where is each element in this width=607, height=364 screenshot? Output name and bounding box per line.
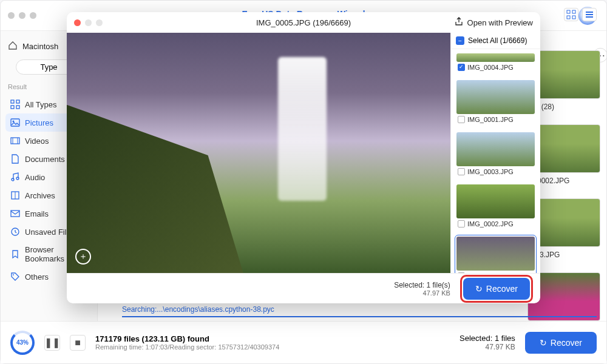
- thumbnail-name: IMG_0005.JPG: [467, 272, 514, 273]
- select-all-row[interactable]: Select All (1/6669): [451, 33, 540, 49]
- thumbnail-item[interactable]: IMG_0001.JPG: [455, 78, 537, 127]
- svg-rect-11: [11, 119, 19, 126]
- thumbnail-checkbox[interactable]: [458, 272, 465, 273]
- sidebar-item-label: Archives: [25, 191, 55, 200]
- sidebar-item-label: All Types: [25, 100, 57, 109]
- stop-button[interactable]: ■: [70, 335, 86, 351]
- audio-icon: [10, 172, 20, 182]
- selected-size-bg: 47.97 KB: [459, 343, 515, 351]
- thumbnail-panel: Select All (1/6669) IMG_0004.JPGIMG_0001…: [450, 33, 540, 273]
- open-with-preview-button[interactable]: Open with Preview: [454, 17, 533, 29]
- view-list-button[interactable]: [582, 8, 597, 21]
- sidebar-item-label: Documents: [25, 155, 65, 164]
- recover-button-bg[interactable]: ↻ Recover: [525, 332, 597, 354]
- svg-point-17: [16, 177, 19, 180]
- recover-label: Recover: [486, 284, 518, 294]
- breadcrumb-label: Macintosh: [22, 42, 58, 51]
- svg-rect-2: [567, 16, 570, 19]
- recover-icon: ↻: [540, 338, 547, 348]
- modal-header: IMG_0005.JPG (196/6669) Open with Previe…: [67, 12, 540, 33]
- mail-icon: [10, 209, 20, 218]
- thumbnail-checkbox[interactable]: [458, 64, 465, 71]
- pause-button[interactable]: ❚❚: [44, 335, 60, 351]
- modal-window-controls[interactable]: [74, 19, 103, 26]
- sidebar-item-label: Emails: [25, 209, 49, 218]
- svg-point-12: [13, 121, 15, 123]
- svg-rect-20: [11, 211, 19, 217]
- clock-icon: [10, 227, 20, 237]
- recover-label-bg: Recover: [551, 338, 582, 348]
- sidebar-item-label: Pictures: [25, 118, 53, 127]
- view-grid-button[interactable]: [564, 8, 578, 21]
- thumbnail-name: IMG_0004.JPG: [467, 64, 514, 71]
- thumbnail-image: [456, 53, 535, 62]
- svg-point-22: [13, 274, 14, 275]
- remaining-time: Remaining time: 1:07:03/Reading sector: …: [95, 343, 279, 351]
- sidebar-item-label: Others: [25, 272, 49, 281]
- thumbnail-item[interactable]: IMG_0002.JPG: [455, 183, 537, 231]
- svg-point-16: [12, 178, 14, 181]
- thumbnail-list[interactable]: IMG_0004.JPGIMG_0001.JPGIMG_0003.JPGIMG_…: [451, 49, 540, 273]
- modal-title: IMG_0005.JPG (196/6669): [256, 18, 351, 27]
- thumbnail-name: IMG_0003.JPG: [467, 168, 514, 175]
- searching-status: Searching:...\encodings\aliases.cpython-…: [122, 303, 597, 320]
- sidebar-item-label: Videos: [25, 136, 49, 146]
- zoom-button[interactable]: ＋: [75, 249, 91, 265]
- thumbnail-image: [456, 132, 535, 166]
- doc-icon: [10, 154, 20, 164]
- preview-modal: IMG_0005.JPG (196/6669) Open with Previe…: [67, 12, 540, 303]
- modal-selected-count: Selected: 1 file(s): [394, 281, 450, 289]
- share-icon: [454, 17, 464, 29]
- svg-rect-13: [11, 138, 19, 144]
- window-controls[interactable]: [8, 12, 36, 19]
- searching-text: Searching:...\encodings\aliases.cpython-…: [122, 305, 274, 314]
- select-all-checkbox[interactable]: [456, 36, 464, 45]
- recover-highlight: ↻ Recover: [460, 275, 533, 303]
- thumbnail-image: [456, 184, 535, 218]
- thumbnail-name: IMG_0001.JPG: [467, 116, 514, 123]
- thumbnail-image: [456, 80, 535, 114]
- thumbnail-checkbox[interactable]: [458, 220, 465, 228]
- selected-count-bg: Selected: 1 files: [459, 334, 515, 343]
- thumbnail-image: [456, 237, 535, 271]
- archive-icon: [10, 190, 20, 200]
- svg-rect-3: [572, 16, 575, 19]
- modal-selected-size: 47.97 KB: [394, 289, 450, 297]
- film-icon: [10, 136, 20, 146]
- thumbnail-checkbox[interactable]: [458, 116, 465, 123]
- thumbnail-item[interactable]: IMG_0003.JPG: [455, 130, 537, 179]
- thumbnail-item[interactable]: IMG_0004.JPG: [455, 52, 537, 75]
- svg-rect-1: [572, 10, 575, 13]
- modal-footer: Selected: 1 file(s) 47.97 KB ↻ Recover: [67, 273, 540, 303]
- thumbnail-name: IMG_0002.JPG: [467, 220, 514, 228]
- select-all-label: Select All (1/6669): [468, 36, 527, 45]
- image-icon: [10, 118, 20, 127]
- grid-icon: [10, 99, 20, 109]
- svg-rect-0: [567, 10, 570, 13]
- svg-rect-7: [11, 100, 14, 103]
- recover-icon: ↻: [475, 284, 483, 294]
- bookmark-icon: [10, 249, 20, 259]
- recover-button[interactable]: ↻ Recover: [463, 278, 530, 300]
- preview-image: ＋: [67, 33, 450, 273]
- thumbnail-checkbox[interactable]: [458, 168, 465, 175]
- found-count: 171179 files (123.11 GB) found: [95, 334, 279, 343]
- progress-circle: 43%: [10, 331, 35, 355]
- home-icon: [8, 41, 18, 52]
- bottom-bar: 43% ❚❚ ■ 171179 files (123.11 GB) found …: [1, 321, 606, 363]
- thumbnail-item[interactable]: IMG_0005.JPG: [455, 235, 537, 273]
- tag-icon: [10, 272, 20, 281]
- svg-rect-8: [16, 100, 19, 103]
- sidebar-item-label: Audio: [25, 173, 45, 182]
- svg-rect-10: [16, 106, 19, 109]
- open-preview-label: Open with Preview: [467, 18, 533, 27]
- svg-rect-9: [11, 106, 14, 109]
